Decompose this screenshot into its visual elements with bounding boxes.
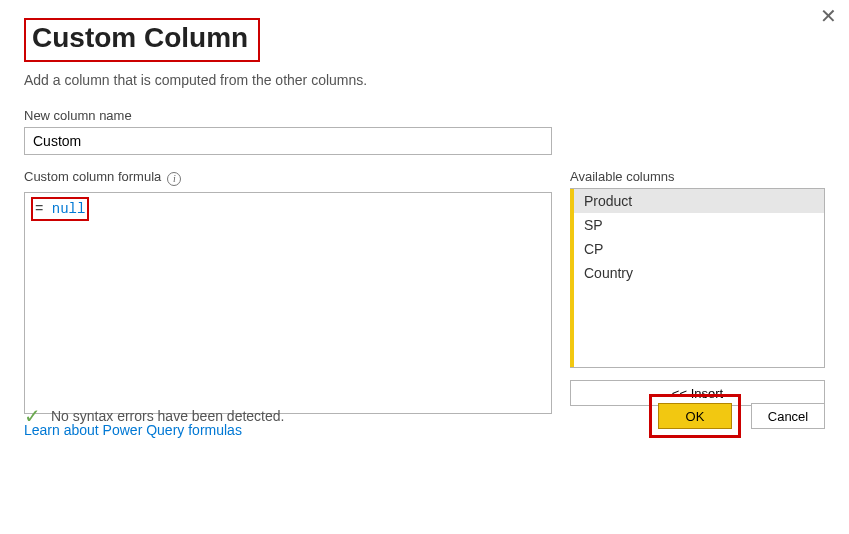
available-column-cp[interactable]: CP <box>570 237 824 261</box>
ok-button[interactable]: OK <box>658 403 732 429</box>
formula-equals: = <box>35 201 43 217</box>
available-columns-list[interactable]: Product SP CP Country <box>570 188 825 368</box>
info-icon[interactable]: i <box>167 172 181 186</box>
new-column-name-input[interactable] <box>24 127 552 155</box>
formula-label: Custom column formula <box>24 169 161 184</box>
available-column-country[interactable]: Country <box>570 261 824 285</box>
available-columns-label: Available columns <box>570 169 825 184</box>
formula-input[interactable]: = null <box>24 192 552 414</box>
available-column-product[interactable]: Product <box>570 189 824 213</box>
title-highlight: Custom Column <box>24 18 260 62</box>
ok-highlight: OK <box>649 394 741 438</box>
dialog-title: Custom Column <box>32 22 248 54</box>
new-column-name-label: New column name <box>24 108 825 123</box>
available-column-sp[interactable]: SP <box>570 213 824 237</box>
dialog-subtitle: Add a column that is computed from the o… <box>24 72 825 88</box>
close-icon[interactable]: ✕ <box>820 6 837 26</box>
check-icon: ✓ <box>24 406 41 426</box>
formula-keyword-null: null <box>52 201 86 217</box>
dialog-footer: ✓ No syntax errors have been detected. O… <box>24 394 825 438</box>
status-text: No syntax errors have been detected. <box>51 408 284 424</box>
cancel-button[interactable]: Cancel <box>751 403 825 429</box>
custom-column-dialog: ✕ Custom Column Add a column that is com… <box>0 0 849 458</box>
formula-highlight: = null <box>31 197 89 221</box>
